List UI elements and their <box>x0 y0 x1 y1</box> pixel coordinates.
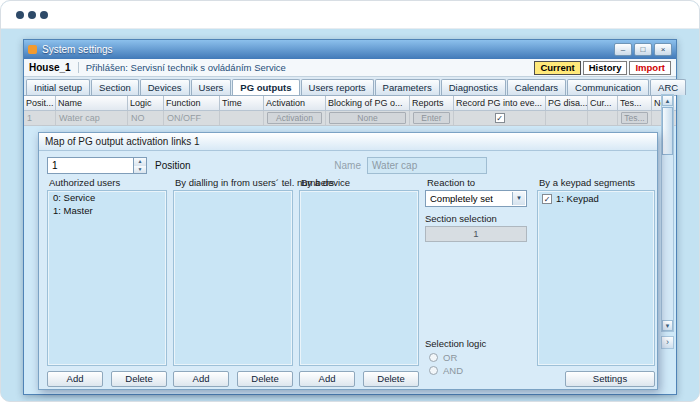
radio-or-label: OR <box>443 352 457 363</box>
tab-bar: Initial setup Section Devices Users PG o… <box>24 77 676 96</box>
activation-button[interactable]: Activation <box>267 112 322 124</box>
scroll-up-icon[interactable]: ▲ <box>662 95 673 106</box>
close-button[interactable]: × <box>654 43 672 56</box>
row-cell-activation: Activation <box>264 111 326 125</box>
column-header-blocking[interactable]: Blocking of PG o... <box>326 96 410 111</box>
record-pg-checkbox[interactable]: ✓ <box>495 113 505 123</box>
keypad-segments-listbox[interactable]: ✓ 1: Keypad <box>537 190 655 366</box>
list-item[interactable]: 0: Service <box>48 191 166 204</box>
test-button[interactable]: Tes... <box>621 112 648 124</box>
name-label: Name <box>279 160 361 171</box>
column-header-position[interactable]: Posit... <box>24 96 56 111</box>
column-header-pg-disabled[interactable]: PG disa... <box>546 96 588 111</box>
tab-arc[interactable]: ARC <box>650 79 686 95</box>
scroll-down-icon[interactable]: ▼ <box>662 320 673 331</box>
radio-and[interactable]: AND <box>429 365 463 376</box>
row-cell-time <box>220 111 264 125</box>
site-name: House_1 <box>29 62 79 73</box>
blocking-none-button[interactable]: None <box>329 112 406 124</box>
column-header-logic[interactable]: Logic <box>128 96 164 111</box>
tab-parameters[interactable]: Parameters <box>375 79 440 95</box>
minimize-button[interactable]: – <box>614 43 632 56</box>
dialling-listbox[interactable] <box>173 190 293 366</box>
row-cell-name: Water cap <box>56 111 128 125</box>
table-row[interactable]: 1 Water cap NO ON/OFF Activation None En… <box>24 111 676 126</box>
position-label: Position <box>155 160 191 171</box>
radio-and-icon[interactable] <box>429 366 438 375</box>
pg-activation-links-dialog: Map of PG output activation links 1 1 ▲ … <box>38 132 658 390</box>
settings-button[interactable]: Settings <box>565 371 655 387</box>
reaction-to-select[interactable]: Completely set ▼ <box>425 190 527 207</box>
window-title-bar[interactable]: System settings – □ × <box>24 40 676 59</box>
column-header-function[interactable]: Function <box>164 96 220 111</box>
reports-enter-button[interactable]: Enter <box>413 112 450 124</box>
spinner-down-icon[interactable]: ▼ <box>134 166 146 174</box>
keypad-segment-checkbox[interactable]: ✓ <box>542 194 552 204</box>
device-listbox[interactable] <box>299 190 419 366</box>
tab-communication[interactable]: Communication <box>567 79 649 95</box>
column-header-current[interactable]: Cur... <box>588 96 618 111</box>
view-history-button[interactable]: History <box>583 61 628 75</box>
tab-initial-setup[interactable]: Initial setup <box>26 79 90 95</box>
tab-users[interactable]: Users <box>191 79 232 95</box>
radio-or-icon[interactable] <box>429 353 438 362</box>
maximize-button[interactable]: □ <box>634 43 652 56</box>
list-item[interactable]: 1: Master <box>48 204 166 217</box>
traffic-light-dot-1-icon[interactable] <box>16 11 24 19</box>
row-cell-blocking: None <box>326 111 410 125</box>
add-device-button[interactable]: Add <box>299 371 355 387</box>
logged-in-user: Přihlášen: Servisní technik s ovládáním … <box>86 62 533 73</box>
row-cell-function: ON/OFF <box>164 111 220 125</box>
row-cell-record: ✓ <box>454 111 546 125</box>
spinner-up-icon[interactable]: ▲ <box>134 158 146 166</box>
tab-section[interactable]: Section <box>91 79 139 95</box>
column-header-reports[interactable]: Reports <box>410 96 454 111</box>
device-label: By a device <box>301 177 350 188</box>
reaction-to-label: Reaction to <box>427 177 475 188</box>
add-user-button[interactable]: Add <box>47 371 103 387</box>
keypad-segment-label: 1: Keypad <box>556 193 599 204</box>
traffic-light-dot-2-icon[interactable] <box>28 11 36 19</box>
delete-user-button[interactable]: Delete <box>111 371 167 387</box>
keypad-segments-label: By a keypad segments <box>539 177 635 188</box>
delete-device-button[interactable]: Delete <box>363 371 419 387</box>
selection-logic-label: Selection logic <box>425 338 486 349</box>
vertical-scrollbar[interactable]: ▲ ▼ <box>661 94 674 332</box>
traffic-light-dot-3-icon[interactable] <box>40 11 48 19</box>
app-icon <box>28 45 37 54</box>
tab-pg-outputs[interactable]: PG outputs <box>232 79 299 95</box>
column-header-name[interactable]: Name <box>56 96 128 111</box>
dialog-title-bar[interactable]: Map of PG output activation links 1 <box>39 133 657 151</box>
row-cell-reports: Enter <box>410 111 454 125</box>
delete-dialling-button[interactable]: Delete <box>237 371 293 387</box>
column-header-time[interactable]: Time <box>220 96 264 111</box>
column-header-activation[interactable]: Activation <box>264 96 326 111</box>
column-header-record[interactable]: Record PG into eve... <box>454 96 546 111</box>
scrollbar-thumb[interactable] <box>662 107 673 155</box>
browser-top-bar <box>1 1 699 29</box>
authorized-users-listbox[interactable]: 0: Service 1: Master <box>47 190 167 366</box>
tab-calendars[interactable]: Calendars <box>507 79 566 95</box>
column-header-test[interactable]: Tes... <box>618 96 652 111</box>
dropdown-arrow-icon[interactable]: ▼ <box>512 192 525 205</box>
view-current-button[interactable]: Current <box>534 61 580 75</box>
view-import-button[interactable]: Import <box>629 61 671 75</box>
desktop-background: System settings – □ × House_1 Přihlášen:… <box>1 29 699 401</box>
row-cell-test: Tes... <box>618 111 652 125</box>
scroll-right-icon[interactable]: › <box>661 336 674 349</box>
section-selection-button[interactable]: 1 <box>425 226 527 242</box>
row-cell-position: 1 <box>24 111 56 125</box>
position-spinner[interactable]: 1 ▲ ▼ <box>47 157 147 174</box>
authorized-users-label: Authorized users <box>49 177 120 188</box>
keypad-segment-item[interactable]: ✓ 1: Keypad <box>538 191 654 206</box>
radio-and-label: AND <box>443 365 463 376</box>
dialog-title: Map of PG output activation links 1 <box>45 136 200 147</box>
tab-users-reports[interactable]: Users reports <box>301 79 374 95</box>
tab-diagnostics[interactable]: Diagnostics <box>441 79 506 95</box>
add-dialling-button[interactable]: Add <box>173 371 229 387</box>
tab-devices[interactable]: Devices <box>140 79 190 95</box>
row-cell-pg-disabled <box>546 111 588 125</box>
position-value: 1 <box>52 160 58 171</box>
window-title: System settings <box>42 44 612 55</box>
radio-or[interactable]: OR <box>429 352 457 363</box>
